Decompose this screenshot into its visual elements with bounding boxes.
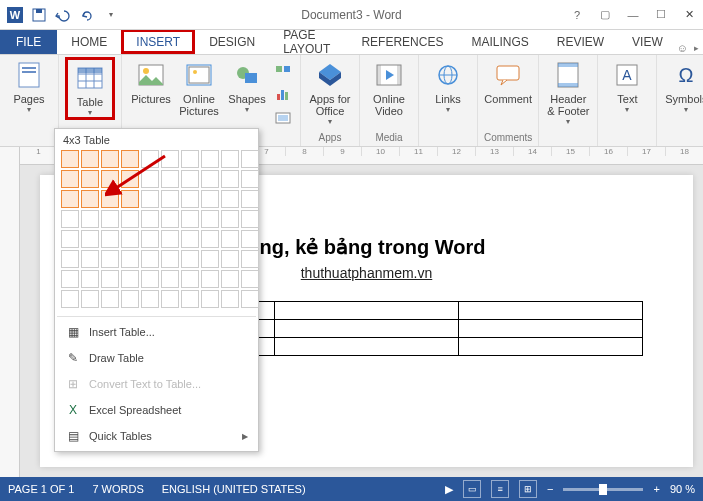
grid-cell[interactable] [141,210,159,228]
online-pictures-button[interactable]: Online Pictures [176,57,222,117]
grid-cell[interactable] [161,170,179,188]
menu-quick-tables[interactable]: ▤ Quick Tables ▶ [57,423,256,449]
symbols-button[interactable]: Ω Symbols [663,57,703,114]
grid-cell[interactable] [181,170,199,188]
grid-cell[interactable] [221,170,239,188]
shapes-button[interactable]: Shapes [224,57,270,114]
tab-home[interactable]: HOME [57,29,121,54]
grid-cell[interactable] [241,290,259,308]
grid-cell[interactable] [201,190,219,208]
grid-cell[interactable] [61,190,79,208]
undo-icon[interactable] [52,4,74,26]
pages-button[interactable]: Pages [6,57,52,114]
grid-cell[interactable] [221,290,239,308]
grid-cell[interactable] [141,150,159,168]
tab-mailings[interactable]: MAILINGS [457,29,542,54]
online-video-button[interactable]: Online Video [366,57,412,117]
grid-cell[interactable] [241,150,259,168]
tab-file[interactable]: FILE [0,29,57,54]
grid-cell[interactable] [81,250,99,268]
grid-cell[interactable] [81,230,99,248]
grid-cell[interactable] [161,270,179,288]
grid-cell[interactable] [181,290,199,308]
tab-view[interactable]: VIEW [618,29,677,54]
table-size-grid[interactable] [57,150,256,314]
grid-cell[interactable] [201,250,219,268]
menu-insert-table[interactable]: ▦ Insert Table... [57,319,256,345]
tab-design[interactable]: DESIGN [195,29,269,54]
grid-cell[interactable] [181,270,199,288]
tab-review[interactable]: REVIEW [543,29,618,54]
status-language[interactable]: ENGLISH (UNITED STATES) [162,483,306,495]
grid-cell[interactable] [61,250,79,268]
grid-cell[interactable] [241,170,259,188]
grid-cell[interactable] [101,190,119,208]
grid-cell[interactable] [161,210,179,228]
grid-cell[interactable] [101,150,119,168]
grid-cell[interactable] [161,250,179,268]
grid-cell[interactable] [101,290,119,308]
grid-cell[interactable] [241,190,259,208]
close-button[interactable]: ✕ [675,4,703,26]
grid-cell[interactable] [121,290,139,308]
grid-cell[interactable] [161,230,179,248]
tab-page-layout[interactable]: PAGE LAYOUT [269,29,347,54]
status-words[interactable]: 7 WORDS [92,483,143,495]
redo-icon[interactable] [76,4,98,26]
grid-cell[interactable] [141,250,159,268]
qat-customize-icon[interactable]: ▾ [100,4,122,26]
grid-cell[interactable] [121,210,139,228]
grid-cell[interactable] [81,210,99,228]
grid-cell[interactable] [61,290,79,308]
menu-draw-table[interactable]: ✎ Draw Table [57,345,256,371]
grid-cell[interactable] [81,270,99,288]
grid-cell[interactable] [121,230,139,248]
grid-cell[interactable] [121,270,139,288]
grid-cell[interactable] [181,150,199,168]
grid-cell[interactable] [61,230,79,248]
grid-cell[interactable] [61,150,79,168]
macro-icon[interactable]: ▶ [445,483,453,496]
grid-cell[interactable] [101,230,119,248]
grid-cell[interactable] [141,290,159,308]
grid-cell[interactable] [101,210,119,228]
grid-cell[interactable] [201,270,219,288]
grid-cell[interactable] [61,210,79,228]
word-app-icon[interactable]: W [4,4,26,26]
grid-cell[interactable] [201,290,219,308]
links-button[interactable]: Links [425,57,471,114]
account-icon[interactable]: ☺ [677,42,688,54]
grid-cell[interactable] [121,150,139,168]
menu-excel-spreadsheet[interactable]: X Excel Spreadsheet [57,397,256,423]
grid-cell[interactable] [61,170,79,188]
grid-cell[interactable] [221,270,239,288]
grid-cell[interactable] [161,290,179,308]
grid-cell[interactable] [101,170,119,188]
grid-cell[interactable] [181,250,199,268]
grid-cell[interactable] [241,230,259,248]
grid-cell[interactable] [241,250,259,268]
chart-button[interactable] [272,83,294,105]
header-footer-button[interactable]: Header & Footer [545,57,591,126]
grid-cell[interactable] [121,250,139,268]
tab-references[interactable]: REFERENCES [347,29,457,54]
view-web-layout[interactable]: ⊞ [519,480,537,498]
grid-cell[interactable] [181,210,199,228]
grid-cell[interactable] [61,270,79,288]
grid-cell[interactable] [81,190,99,208]
grid-cell[interactable] [221,190,239,208]
grid-cell[interactable] [181,230,199,248]
grid-cell[interactable] [201,210,219,228]
grid-cell[interactable] [101,270,119,288]
minimize-button[interactable]: — [619,4,647,26]
comment-button[interactable]: Comment [485,57,531,105]
grid-cell[interactable] [141,270,159,288]
vertical-ruler[interactable] [0,147,20,477]
help-button[interactable]: ? [563,4,591,26]
grid-cell[interactable] [221,210,239,228]
grid-cell[interactable] [141,190,159,208]
smartart-button[interactable] [272,59,294,81]
ribbon-display-button[interactable]: ▢ [591,4,619,26]
grid-cell[interactable] [81,290,99,308]
grid-cell[interactable] [81,150,99,168]
